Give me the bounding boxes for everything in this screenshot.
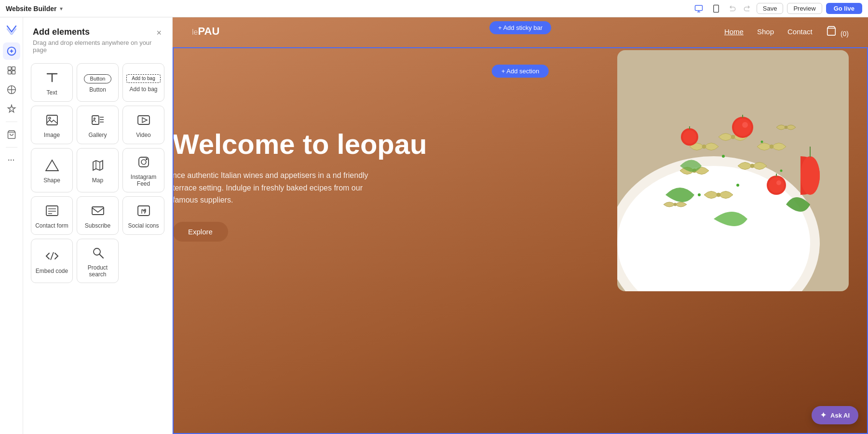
contact-form-label: Contact form [35, 222, 68, 229]
panel-header: Add elements Drag and drop elements anyw… [23, 17, 172, 57]
shape-icon [45, 159, 59, 174]
svg-point-18 [94, 118, 95, 120]
element-card-map[interactable]: Map [77, 148, 119, 192]
website-canvas: + Add sticky bar lePAU Home Shop Contact… [173, 17, 868, 434]
cart-icon-container[interactable]: (0) [826, 26, 849, 38]
element-card-product-search[interactable]: Product search [77, 239, 119, 283]
ask-ai-icon: ✦ [820, 411, 827, 420]
panel-close-button[interactable]: × [155, 27, 163, 39]
undo-button[interactable] [727, 3, 739, 14]
sidebar-item-theme[interactable] [3, 81, 20, 98]
canvas-area: + Add sticky bar lePAU Home Shop Contact… [173, 17, 868, 434]
svg-rect-8 [8, 67, 11, 70]
svg-rect-9 [12, 67, 15, 70]
image-icon [45, 113, 59, 129]
sidebar-item-ai[interactable] [3, 100, 20, 118]
svg-rect-17 [92, 116, 99, 124]
website-logo: lePAU [192, 25, 219, 38]
svg-point-44 [731, 135, 735, 139]
icon-sidebar: ··· [0, 17, 23, 434]
cart-count: (0) [841, 30, 849, 38]
go-live-button[interactable]: Go live [826, 3, 862, 14]
topbar-left: Website Builder ▾ [6, 5, 63, 13]
hero-description: nce authentic Italian wines and appetise… [173, 169, 375, 206]
instagram-feed-label: Instagram Feed [126, 174, 161, 187]
gallery-label: Gallery [88, 132, 107, 138]
redo-button[interactable] [740, 3, 753, 14]
text-label: Text [46, 89, 57, 96]
element-card-image[interactable]: Image [31, 106, 73, 144]
desktop-view-button[interactable] [692, 3, 705, 14]
panel-title: Add elements [33, 27, 155, 37]
embed-code-icon [45, 249, 59, 265]
element-card-instagram-feed[interactable]: Instagram Feed [122, 148, 164, 192]
pasta-salad-image [617, 50, 849, 291]
map-icon [91, 159, 105, 174]
mobile-view-button[interactable] [709, 3, 723, 14]
sidebar-item-store[interactable] [3, 126, 20, 143]
svg-point-50 [734, 119, 751, 136]
element-card-shape[interactable]: Shape [31, 148, 73, 192]
svg-point-28 [141, 160, 146, 164]
svg-point-68 [674, 203, 677, 206]
add-sticky-bar-button[interactable]: + Add sticky bar [489, 21, 551, 34]
undo-redo-controls [727, 3, 753, 14]
svg-point-58 [683, 130, 696, 144]
element-card-subscribe[interactable]: Subscribe [77, 196, 119, 235]
svg-point-63 [761, 141, 763, 143]
panel-subtitle: Drag and drop elements anywhere on your … [33, 39, 155, 54]
add-section-button[interactable]: + Add section [492, 65, 549, 78]
add-to-bag-label: Add to bag [129, 86, 157, 93]
element-card-gallery[interactable]: Gallery [77, 106, 119, 144]
element-card-social-icons[interactable]: Social icons [122, 196, 164, 235]
svg-rect-15 [47, 115, 57, 125]
element-card-video[interactable]: Video [122, 106, 164, 144]
gallery-icon [91, 113, 105, 129]
product-search-icon [91, 246, 105, 261]
element-card-embed-code[interactable]: Embed code [31, 239, 73, 283]
svg-point-43 [702, 145, 706, 149]
save-button[interactable]: Save [757, 3, 784, 14]
element-card-contact-form[interactable]: Contact form [31, 196, 73, 235]
svg-point-16 [49, 117, 51, 119]
svg-point-66 [736, 184, 739, 187]
nav-link-shop[interactable]: Shop [757, 27, 774, 36]
svg-rect-11 [12, 71, 15, 74]
add-to-bag-icon: Add to bag [126, 74, 160, 83]
sidebar-item-add[interactable] [3, 42, 20, 60]
button-label: Button [89, 86, 106, 93]
preview-button[interactable]: Preview [787, 3, 822, 14]
svg-marker-23 [142, 118, 147, 122]
contact-form-icon [45, 204, 59, 219]
sidebar-divider [6, 122, 17, 122]
video-label: Video [136, 132, 150, 138]
sidebar-item-more[interactable]: ··· [3, 151, 20, 169]
topbar-chevron-icon: ▾ [60, 5, 63, 12]
svg-rect-30 [46, 206, 58, 216]
map-label: Map [92, 177, 103, 184]
svg-point-47 [717, 193, 720, 197]
element-card-add-to-bag[interactable]: Add to bag Add to bag [122, 63, 164, 102]
panel-header-text: Add elements Drag and drop elements anyw… [33, 27, 155, 54]
nav-link-home[interactable]: Home [724, 27, 744, 36]
element-card-text[interactable]: Text [31, 63, 73, 102]
video-icon [137, 113, 150, 129]
hero-cta-button[interactable]: Explore [173, 222, 228, 242]
embed-code-label: Embed code [36, 268, 68, 274]
elements-panel: Add elements Drag and drop elements anyw… [23, 17, 173, 434]
ask-ai-button[interactable]: ✦ Ask AI [812, 406, 858, 424]
sidebar-item-layers[interactable] [3, 62, 20, 79]
svg-rect-3 [714, 5, 719, 12]
svg-point-55 [776, 180, 781, 185]
subscribe-icon [91, 204, 105, 219]
button-icon: Button [84, 74, 112, 83]
svg-marker-24 [46, 160, 58, 171]
nav-link-contact[interactable]: Contact [787, 27, 813, 36]
svg-point-64 [698, 193, 701, 196]
svg-line-38 [99, 254, 103, 258]
hero-text: Welcome to leopau nce authentic Italian … [173, 129, 544, 242]
image-label: Image [44, 132, 60, 138]
svg-point-54 [769, 177, 784, 193]
element-card-button[interactable]: Button Button [77, 63, 119, 102]
sidebar-divider-2 [6, 147, 17, 148]
